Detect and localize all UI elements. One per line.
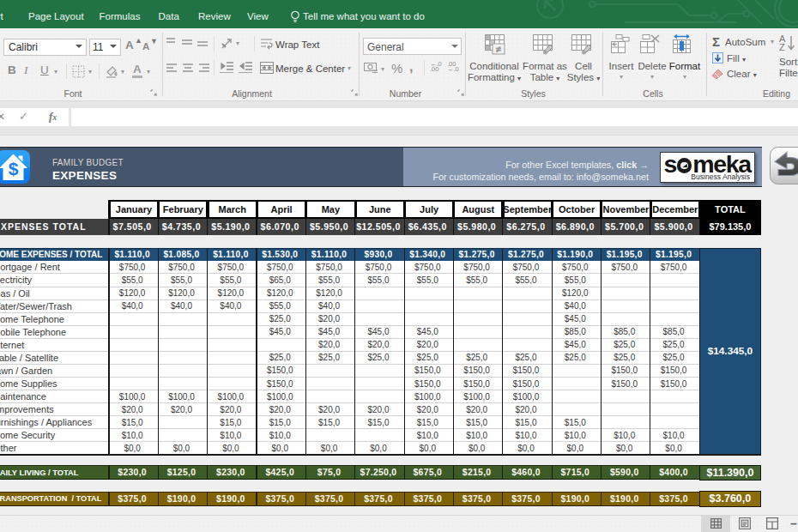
svg-text:$: $ bbox=[9, 159, 19, 178]
svg-text:≠: ≠ bbox=[496, 45, 501, 54]
